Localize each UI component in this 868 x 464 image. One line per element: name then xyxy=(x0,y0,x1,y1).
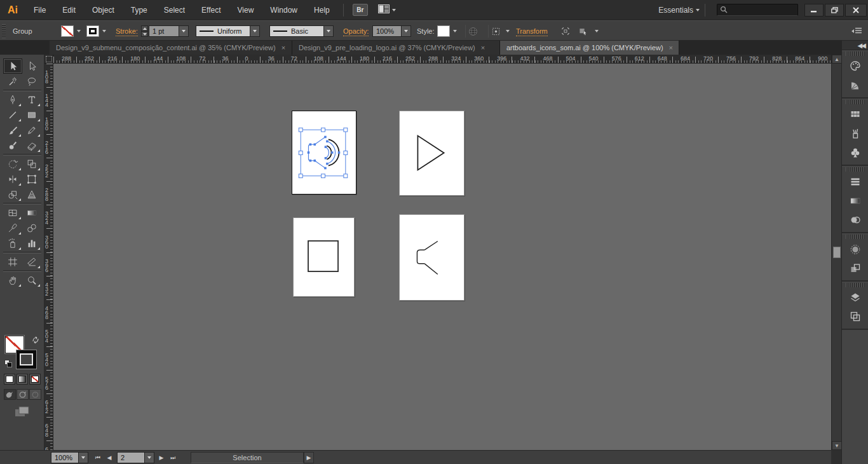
menu-edit[interactable]: Edit xyxy=(54,1,84,20)
stroke-weight-dropdown[interactable] xyxy=(179,25,189,37)
square-outline-icon[interactable] xyxy=(294,218,354,296)
tool-magic-wand[interactable] xyxy=(3,74,22,89)
brush-dropdown[interactable] xyxy=(324,25,334,37)
opacity-value[interactable]: 100% xyxy=(372,25,402,37)
speaker-open-icon[interactable] xyxy=(400,215,464,300)
tool-direct-selection[interactable] xyxy=(22,58,41,74)
panel-grip[interactable] xyxy=(2,24,6,38)
tool-hand[interactable] xyxy=(3,273,22,288)
tool-zoom[interactable] xyxy=(22,273,41,288)
status-options-icon[interactable]: ▶ xyxy=(304,452,314,463)
artboard-4-speaker[interactable] xyxy=(399,214,465,301)
tool-eraser[interactable] xyxy=(22,138,41,153)
panel-swatches-icon[interactable] xyxy=(842,105,868,124)
tool-artboard[interactable] xyxy=(3,254,22,270)
gradient-button[interactable] xyxy=(17,374,28,385)
tool-width[interactable] xyxy=(3,172,22,187)
panel-layers-icon[interactable] xyxy=(842,288,868,307)
isolate-object-button[interactable] xyxy=(577,25,590,37)
menu-window[interactable]: Window xyxy=(262,1,306,20)
artboard-1-speaker-selected[interactable] xyxy=(292,111,356,194)
previous-artboard-icon[interactable]: ◀ xyxy=(104,453,114,463)
stroke-swatch[interactable] xyxy=(17,350,36,369)
fill-none-swatch[interactable] xyxy=(61,25,74,37)
none-button[interactable] xyxy=(29,374,41,385)
tool-shape-builder[interactable] xyxy=(3,187,22,202)
play-triangle-icon[interactable] xyxy=(400,111,464,195)
bridge-button[interactable]: Br xyxy=(353,4,368,16)
draw-behind-button[interactable] xyxy=(17,389,29,400)
minimize-button[interactable] xyxy=(804,4,824,17)
tool-pen[interactable] xyxy=(3,92,22,107)
close-button[interactable] xyxy=(845,4,867,17)
artboard-number-dropdown[interactable] xyxy=(145,452,154,463)
tool-rotate[interactable] xyxy=(3,156,22,172)
tool-lasso[interactable] xyxy=(22,74,41,89)
next-artboard-icon[interactable]: ▶ xyxy=(156,453,166,463)
arrange-documents-button[interactable] xyxy=(378,4,396,16)
last-artboard-icon[interactable]: ⏭ xyxy=(168,453,178,463)
tab-close-icon[interactable]: × xyxy=(281,44,285,51)
tool-type[interactable] xyxy=(22,92,41,107)
stroke-weight-value[interactable]: 1 pt xyxy=(149,25,179,37)
stroke-dropdown[interactable] xyxy=(99,25,107,37)
menu-select[interactable]: Select xyxy=(156,1,193,20)
isolate-dropdown[interactable] xyxy=(595,30,599,32)
dock-group-grip[interactable] xyxy=(846,100,864,104)
menu-help[interactable]: Help xyxy=(306,1,338,20)
panel-stroke-icon[interactable] xyxy=(842,172,868,191)
tool-free-transform[interactable] xyxy=(22,172,41,187)
screen-mode-button[interactable] xyxy=(14,406,31,421)
status-display[interactable]: Selection xyxy=(191,452,304,463)
tool-column-graph[interactable] xyxy=(22,236,41,251)
speaker-waves-selected-icon[interactable] xyxy=(292,111,356,194)
swap-fill-stroke-icon[interactable] xyxy=(32,335,39,346)
default-fill-stroke-icon[interactable] xyxy=(4,360,12,367)
first-artboard-icon[interactable]: ⏮ xyxy=(93,453,103,463)
panel-transparency-icon[interactable] xyxy=(842,210,868,229)
step-down[interactable] xyxy=(141,31,148,37)
tool-selection[interactable] xyxy=(3,58,22,74)
vertical-scrollbar[interactable]: ▲ ▼ xyxy=(831,55,841,450)
panel-color-icon[interactable] xyxy=(842,57,868,76)
panel-menu-icon[interactable] xyxy=(850,25,863,37)
dock-group-grip[interactable] xyxy=(846,283,864,287)
document-tab-1[interactable]: Design_v9_submenu_composição_content.ai … xyxy=(50,41,292,55)
menu-view[interactable]: View xyxy=(229,1,262,20)
menu-type[interactable]: Type xyxy=(123,1,156,20)
panel-gradient-icon[interactable] xyxy=(842,191,868,210)
ruler-origin-corner[interactable] xyxy=(44,55,53,64)
artboard-number-combo[interactable]: 2 xyxy=(117,452,154,463)
panel-appearance-icon[interactable] xyxy=(842,240,868,259)
width-profile-combo[interactable]: Uniform xyxy=(196,25,260,37)
expand-panels-button[interactable]: ◀◀ xyxy=(842,41,868,50)
artboard-2-play[interactable] xyxy=(399,111,465,196)
artboard-number-value[interactable]: 2 xyxy=(117,452,145,463)
dock-group-grip[interactable] xyxy=(846,235,864,239)
tool-line-segment[interactable] xyxy=(3,107,22,123)
tool-paintbrush[interactable] xyxy=(3,123,22,138)
opacity-panel-link[interactable]: Opacity: xyxy=(343,27,369,36)
panel-brushes-icon[interactable] xyxy=(842,124,868,143)
select-similar-button[interactable] xyxy=(489,25,502,37)
menu-file[interactable]: File xyxy=(25,1,54,20)
tool-symbol-sprayer[interactable] xyxy=(3,236,22,251)
workspace-switcher[interactable]: Essentials xyxy=(658,6,700,15)
tool-blend[interactable] xyxy=(22,221,41,236)
tool-mesh[interactable] xyxy=(3,205,22,221)
vertical-scroll-thumb[interactable] xyxy=(833,247,841,258)
scroll-up-icon[interactable]: ▲ xyxy=(832,55,842,64)
horizontal-ruler[interactable]: 2882522161801441087236036721081441802162… xyxy=(53,55,831,64)
tool-gradient[interactable] xyxy=(22,205,41,221)
width-profile-dropdown[interactable] xyxy=(250,25,260,37)
select-similar-dropdown[interactable] xyxy=(506,30,510,32)
document-tab-2[interactable]: Design_v9_pre_loading_logo.ai @ 37% (CMY… xyxy=(292,41,500,55)
tool-perspective-grid[interactable] xyxy=(22,187,41,202)
search-input[interactable] xyxy=(729,6,793,14)
panel-symbols-icon[interactable] xyxy=(842,143,868,162)
document-tab-3[interactable]: artboards_icons_som.ai @ 100% (CMYK/Prev… xyxy=(500,41,679,55)
style-combo[interactable] xyxy=(437,25,458,37)
scroll-down-icon[interactable]: ▼ xyxy=(832,441,842,450)
tool-blob-brush[interactable] xyxy=(3,138,22,153)
tool-rectangle[interactable] xyxy=(22,107,41,123)
